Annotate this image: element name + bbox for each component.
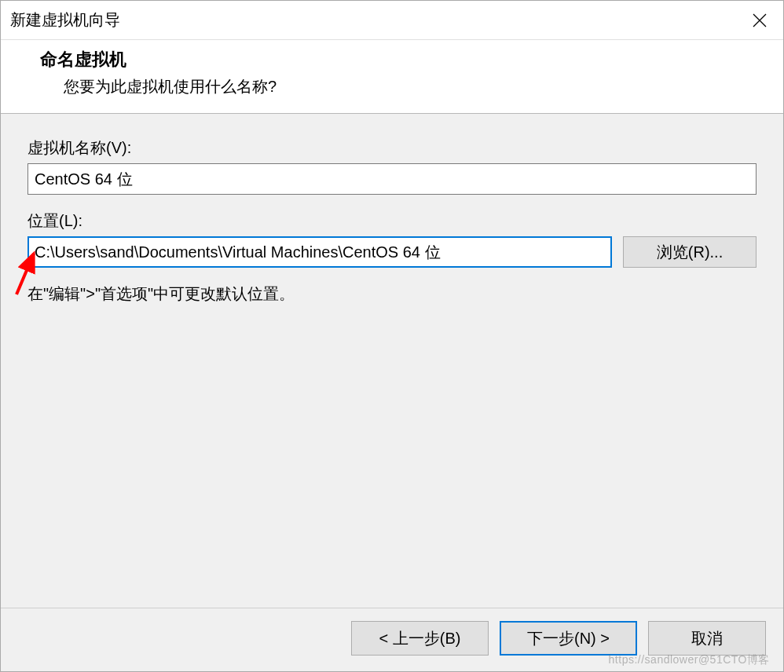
wizard-window: 新建虚拟机向导 命名虚拟机 您要为此虚拟机使用什么名称? 虚拟机名称(V): 位… [0,0,784,672]
default-location-hint: 在"编辑">"首选项"中可更改默认位置。 [27,283,757,305]
watermark-text: https://sandlower@51CTO博客 [609,653,770,667]
close-button[interactable] [736,1,783,40]
close-icon [752,13,768,28]
browse-button[interactable]: 浏览(R)... [623,236,757,268]
footer: < 上一步(B) 下一步(N) > 取消 https://sandlower@5… [1,608,783,671]
cancel-button[interactable]: 取消 [648,621,766,656]
back-button[interactable]: < 上一步(B) [351,621,489,656]
vm-name-input[interactable] [27,163,757,195]
wizard-header: 命名虚拟机 您要为此虚拟机使用什么名称? [1,40,783,114]
window-title: 新建虚拟机向导 [10,9,736,31]
vm-location-input[interactable] [27,236,612,268]
titlebar: 新建虚拟机向导 [1,1,783,40]
header-subtitle: 您要为此虚拟机使用什么名称? [40,76,783,97]
vm-location-label: 位置(L): [27,210,757,232]
header-title: 命名虚拟机 [40,48,783,71]
next-button[interactable]: 下一步(N) > [500,621,637,656]
vm-name-label: 虚拟机名称(V): [27,137,757,159]
vm-location-group: 位置(L): 浏览(R)... [27,210,757,268]
content-area: 虚拟机名称(V): 位置(L): 浏览(R)... 在"编辑">"首选项"中可更… [1,114,783,608]
vm-name-group: 虚拟机名称(V): [27,137,757,195]
